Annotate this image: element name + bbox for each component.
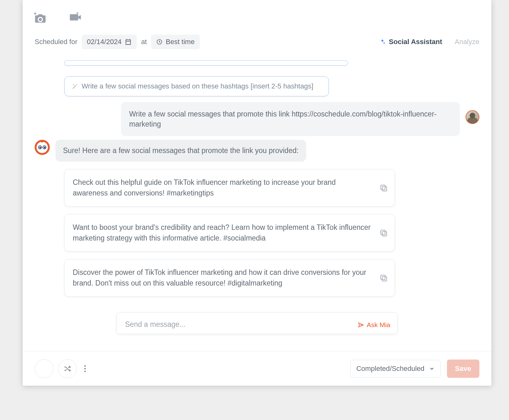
schedule-time-value: Best time [166,38,195,46]
svg-rect-6 [382,277,387,281]
suggestion-card[interactable]: Want to boost your brand's credibility a… [64,214,395,252]
at-label: at [141,38,147,46]
add-video-icon[interactable] [69,13,82,23]
status-value: Completed/Scheduled [356,365,424,373]
schedule-date-picker[interactable]: 02/14/2024 [82,35,137,49]
calendar-icon [125,38,132,45]
social-assistant-label: Social Assistant [389,38,442,46]
suggestion-text: Want to boost your brand's credibility a… [73,223,371,242]
schedule-time-picker[interactable]: Best time [151,35,200,49]
suggestion-text: Discover the power of TikTok influencer … [73,268,366,287]
suggestion-card[interactable]: Discover the power of TikTok influencer … [64,259,395,297]
svg-rect-3 [381,230,385,235]
mia-avatar [35,140,50,155]
scheduled-for-label: Scheduled for [35,38,77,46]
user-message-bubble: Write a few social messages that promote… [121,102,460,136]
user-avatar [466,110,479,124]
social-assistant-button[interactable]: Social Assistant [379,38,442,46]
svg-rect-1 [381,185,385,190]
clock-icon [156,39,163,45]
svg-rect-2 [382,187,387,191]
status-select[interactable]: Completed/Scheduled [350,360,440,377]
wand-icon [71,83,78,89]
more-options-button[interactable] [81,362,89,375]
send-icon [358,322,364,328]
schedule-date-value: 02/14/2024 [87,38,122,46]
chevron-down-icon [429,366,435,372]
svg-rect-4 [382,232,387,236]
previous-suggestion-peek [64,60,348,65]
sparkle-icon [379,38,386,45]
use-suggestion-icon[interactable] [379,228,388,237]
profile-circle-button[interactable] [35,359,54,378]
svg-point-8 [84,368,86,370]
user-message-text: Write a few social messages that promote… [129,110,437,128]
prompt-suggestion-card[interactable]: Write a few social messages based on the… [64,76,329,96]
svg-point-7 [84,365,86,367]
suggestion-card[interactable]: Check out this helpful guide on TikTok i… [64,169,395,207]
use-suggestion-icon[interactable] [379,273,388,282]
add-photo-icon[interactable] [34,13,47,23]
prompt-suggestion-text: Write a few social messages based on the… [82,82,313,90]
save-button[interactable]: Save [447,360,479,378]
use-suggestion-icon[interactable] [379,183,388,192]
mia-reply-text: Sure! Here are a few social messages tha… [63,146,299,155]
compose-input[interactable] [125,320,389,329]
modal-footer: Completed/Scheduled Save [23,351,491,386]
mia-reply-bubble: Sure! Here are a few social messages tha… [55,140,306,161]
compose-box: Ask Mia [117,312,397,334]
analyze-button[interactable]: Analyze [455,38,479,46]
shuffle-button[interactable] [58,359,77,378]
suggestion-text: Check out this helpful guide on TikTok i… [73,178,336,197]
svg-point-9 [84,371,86,372]
ask-mia-button[interactable]: Ask Mia [358,321,390,329]
social-compose-modal: Scheduled for 02/14/2024 at Best time [23,0,491,386]
svg-rect-5 [381,275,385,280]
ask-mia-label: Ask Mia [367,321,390,329]
